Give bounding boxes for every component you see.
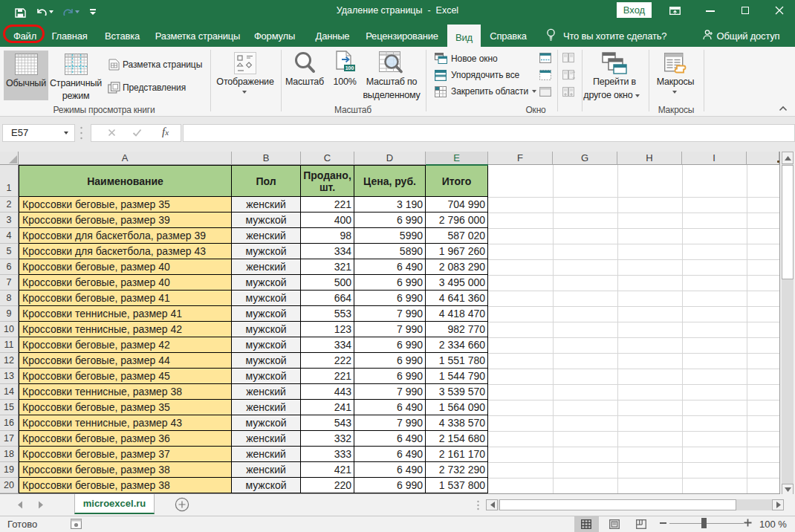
svg-text:100: 100 bbox=[345, 65, 354, 71]
